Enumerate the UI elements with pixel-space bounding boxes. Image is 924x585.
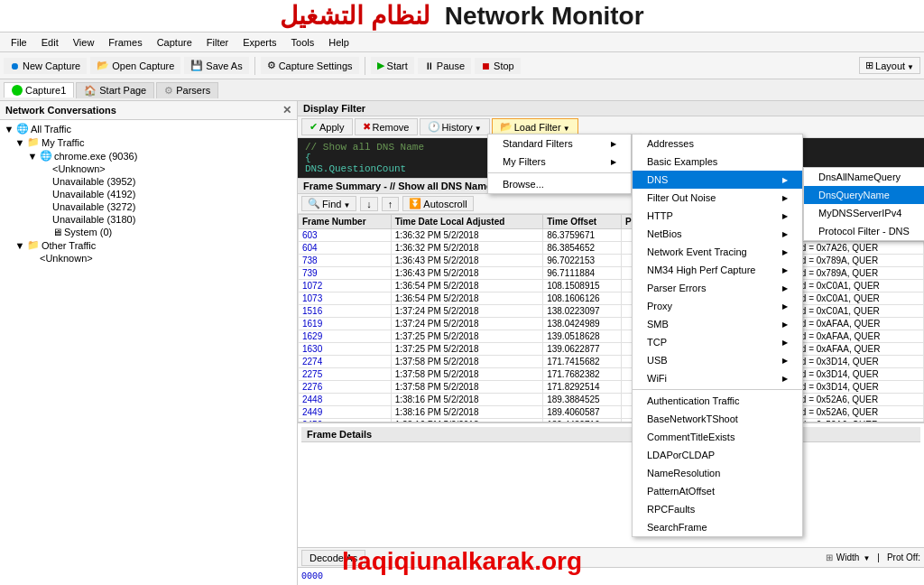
table-row[interactable]: 1516 1:37:24 PM 5/2/2018 138.0223097 10.… — [299, 305, 924, 318]
tree-item-unknown-1[interactable]: <Unknown> — [2, 162, 295, 175]
menu-experts[interactable]: Experts — [236, 35, 283, 50]
table-row[interactable]: 1072 1:36:54 PM 5/2/2018 108.1508915 10.… — [299, 280, 924, 292]
table-row[interactable]: 2276 1:37:58 PM 5/2/2018 171.8292514 8.8… — [299, 381, 924, 394]
col-offset[interactable]: Time Offset — [543, 215, 622, 229]
menu-search-frame[interactable]: SearchFrame — [633, 518, 802, 536]
menu-file[interactable]: File — [4, 35, 34, 50]
menu-dns-query-name[interactable]: DnsQueryName — [804, 186, 924, 204]
table-row[interactable]: 738 1:36:43 PM 5/2/2018 96.7022153 10.4.… — [299, 255, 924, 267]
apply-button[interactable]: ✔ Apply — [301, 118, 353, 135]
menu-my-dns-server[interactable]: MyDNSServerIPv4 — [804, 204, 924, 222]
frame-num-cell: 603 — [299, 229, 392, 242]
table-row[interactable]: 2450 1:38:16 PM 5/2/2018 189.4432716 8.8… — [299, 419, 924, 422]
tree-item-unknown-2[interactable]: <Unknown> — [2, 252, 295, 265]
table-row[interactable]: 2275 1:37:58 PM 5/2/2018 171.7682382 10.… — [299, 368, 924, 381]
tree-item-unavail-4192[interactable]: Unavailable (4192) — [2, 188, 295, 200]
tree-item-chrome[interactable]: ▼ 🌐 chrome.exe (9036) — [2, 149, 295, 162]
menu-usb[interactable]: USB — [633, 351, 802, 369]
menu-filter[interactable]: Filter — [199, 35, 236, 50]
tab-capture1[interactable]: Capture1 — [4, 82, 74, 98]
frame-table-container[interactable]: Frame Number Time Date Local Adjusted Ti… — [298, 214, 924, 422]
menu-proxy[interactable]: Proxy — [633, 297, 802, 315]
menu-dns[interactable]: DNS — [633, 171, 802, 189]
tree-item-system[interactable]: 🖥 System (0) — [2, 226, 295, 238]
menu-network-event-tracing[interactable]: Network Event Tracing — [633, 243, 802, 261]
menu-wifi[interactable]: WiFi — [633, 369, 802, 387]
menu-http[interactable]: HTTP — [633, 207, 802, 225]
menu-base-network[interactable]: BaseNetworkTShoot — [633, 410, 802, 428]
tree-item-unavail-3272[interactable]: Unavailable (3272) — [2, 200, 295, 213]
menu-name-resolution[interactable]: NameResolution — [633, 464, 802, 482]
nm34-arrow — [782, 265, 788, 274]
menu-auth-traffic[interactable]: Authentication Traffic — [633, 392, 802, 410]
addresses-label: Addresses — [647, 138, 694, 149]
menu-comment-title[interactable]: CommentTitleExists — [633, 428, 802, 446]
find-prev-icon: ↓ — [366, 199, 372, 209]
menu-frames[interactable]: Frames — [101, 35, 149, 50]
table-row[interactable]: 1619 1:37:24 PM 5/2/2018 138.0424989 10.… — [299, 318, 924, 330]
table-row[interactable]: 1073 1:36:54 PM 5/2/2018 108.1606126 202… — [299, 292, 924, 305]
menu-protocol-filter-dns[interactable]: Protocol Filter - DNS — [804, 222, 924, 240]
browse-item[interactable]: Browse... — [488, 175, 631, 193]
menu-smb[interactable]: SMB — [633, 315, 802, 333]
find-next-button[interactable]: ↑ — [382, 197, 400, 211]
new-capture-button[interactable]: ⏺ New Capture — [4, 58, 87, 74]
table-row[interactable]: 1630 1:37:25 PM 5/2/2018 139.0622877 202… — [299, 343, 924, 356]
menu-dns-all-name[interactable]: DnsAllNameQuery — [804, 168, 924, 186]
menu-tcp[interactable]: TCP — [633, 333, 802, 351]
left-panel-title: Network Conversations — [5, 105, 116, 116]
remove-button[interactable]: ✖ Remove — [355, 118, 418, 135]
menu-pattern-at-offset[interactable]: PatternAtOffset — [633, 482, 802, 500]
table-row[interactable]: 2448 1:38:16 PM 5/2/2018 189.3884525 10.… — [299, 394, 924, 406]
tab-parsers[interactable]: ⚙ Parsers — [156, 82, 218, 98]
tree-item-unavail-3952[interactable]: Unavailable (3952) — [2, 175, 295, 188]
tree-item-my-traffic[interactable]: ▼ 📁 My Traffic — [2, 135, 295, 149]
start-button[interactable]: ▶ Start — [371, 57, 414, 74]
menu-edit[interactable]: Edit — [34, 35, 66, 50]
left-panel-close[interactable]: ✕ — [282, 104, 291, 116]
col-time[interactable]: Time Date Local Adjusted — [391, 215, 543, 229]
menu-capture[interactable]: Capture — [150, 35, 199, 50]
tab-start-page[interactable]: 🏠 Start Page — [76, 82, 154, 98]
standard-filters-item[interactable]: Standard Filters — [488, 135, 631, 153]
tab-start-page-label: Start Page — [99, 85, 146, 96]
menu-help[interactable]: Help — [321, 35, 356, 50]
menu-basic-examples[interactable]: Basic Examples — [633, 153, 802, 171]
menu-ldap[interactable]: LDAPorCLDAP — [633, 446, 802, 464]
pause-button[interactable]: ⏸ Pause — [418, 58, 471, 74]
find-prev-button[interactable]: ↓ — [360, 197, 378, 211]
start-label: Start — [387, 60, 408, 71]
menu-addresses[interactable]: Addresses — [633, 135, 802, 153]
open-capture-button[interactable]: 📂 Open Capture — [90, 57, 180, 74]
layout-button[interactable]: ⊞ Layout — [859, 57, 920, 74]
proxy-label: Proxy — [647, 301, 672, 311]
save-as-button[interactable]: 💾 Save As — [184, 57, 248, 74]
table-row[interactable]: 604 1:36:32 PM 5/2/2018 86.3854652 202. … — [299, 242, 924, 255]
table-row[interactable]: 739 1:36:43 PM 5/2/2018 96.7111884 202. … — [299, 267, 924, 280]
tree-item-all-traffic[interactable]: ▼ 🌐 All Traffic — [2, 122, 295, 135]
find-button[interactable]: 🔍 Find — [301, 196, 356, 211]
menu-rpc-faults[interactable]: RPCFaults — [633, 500, 802, 518]
history-button[interactable]: 🕐 History — [420, 118, 490, 135]
time-cell: 1:36:32 PM 5/2/2018 — [391, 242, 543, 255]
capture-settings-button[interactable]: ⚙ Capture Settings — [261, 57, 359, 74]
autoscroll-button[interactable]: ⏬ Autoscroll — [402, 196, 473, 211]
tree-view: ▼ 🌐 All Traffic ▼ 📁 My Traffic ▼ 🌐 chrom… — [0, 120, 297, 585]
tree-item-other-traffic[interactable]: ▼ 📁 Other Traffic — [2, 238, 295, 252]
capture1-icon — [12, 85, 23, 96]
menu-tools[interactable]: Tools — [284, 35, 322, 50]
table-row[interactable]: 2274 1:37:58 PM 5/2/2018 171.7415682 10.… — [299, 356, 924, 368]
tree-item-unavail-3180[interactable]: Unavailable (3180) — [2, 213, 295, 226]
stop-button[interactable]: ⏹ Stop — [475, 58, 521, 74]
col-frame-num[interactable]: Frame Number — [299, 215, 392, 229]
menu-nm34[interactable]: NM34 High Perf Capture — [633, 261, 802, 279]
menu-view[interactable]: View — [66, 35, 102, 50]
table-row[interactable]: 2449 1:38:16 PM 5/2/2018 189.4060587 10.… — [299, 406, 924, 419]
menu-filter-out-noise[interactable]: Filter Out Noise — [633, 189, 802, 207]
time-cell: 1:37:58 PM 5/2/2018 — [391, 381, 543, 394]
menu-netbios[interactable]: NetBios — [633, 225, 802, 243]
menu-parser-errors[interactable]: Parser Errors — [633, 279, 802, 297]
my-dns-server-label: MyDNSServerIPv4 — [818, 208, 901, 218]
my-filters-item[interactable]: My Filters — [488, 153, 631, 171]
table-row[interactable]: 1629 1:37:25 PM 5/2/2018 139.0518628 10.… — [299, 330, 924, 343]
